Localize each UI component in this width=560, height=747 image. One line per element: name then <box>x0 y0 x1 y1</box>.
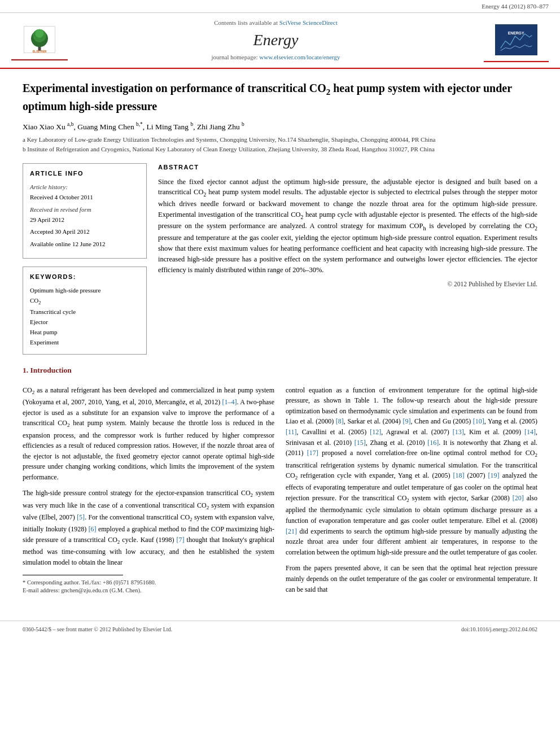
accepted-date: Accepted 30 April 2012 <box>30 228 139 237</box>
introduction-section: 1. Introduction CO2 as a natural refrige… <box>23 365 537 600</box>
bottom-issn: 0360-5442/$ – see front matter © 2012 Pu… <box>23 626 172 634</box>
footnote-email: E-mail address: gnchen@zju.edu.cn (G.M. … <box>23 587 274 595</box>
sciverse-text: Contents lists available at SciVerse Sci… <box>68 19 484 28</box>
online-date: Available online 12 June 2012 <box>30 240 139 249</box>
intro-para-1: CO2 as a natural refrigerant has been de… <box>23 385 274 483</box>
energy-logo-right: ENERGY <box>484 19 549 62</box>
bottom-doi: doi:10.1016/j.energy.2012.04.062 <box>461 626 537 634</box>
ref-13[interactable]: [13] <box>453 428 464 436</box>
section-title-1: 1. Introduction <box>23 365 537 376</box>
keyword-3: Transcritical cycle <box>30 308 139 317</box>
abstract-text: Since the fixed ejector cannot adjust th… <box>158 177 537 276</box>
ref-17[interactable]: [17] <box>307 449 318 457</box>
keyword-5: Heat pump <box>30 328 139 337</box>
footnote-star: * Corresponding author. Tel./fax: +86 (0… <box>23 579 274 587</box>
journal-header-center: Contents lists available at SciVerse Sci… <box>68 19 484 62</box>
ref-19[interactable]: [19] <box>488 471 500 479</box>
revised-label: Received in revised form <box>30 206 139 215</box>
affiliations: a Key Laboratory of Low-grade Energy Uti… <box>23 136 537 154</box>
journal-info-bar: Energy 44 (2012) 870–877 <box>0 0 560 13</box>
main-content: Experimental investigation on performanc… <box>0 69 560 611</box>
abstract-heading: ABSTRACT <box>158 163 537 172</box>
article-info-heading: ARTICLE INFO <box>30 169 139 178</box>
ref-16[interactable]: [16] <box>427 439 439 447</box>
svg-text:ENERGY: ENERGY <box>508 31 524 35</box>
info-abstract-row: ARTICLE INFO Article history: Received 4… <box>23 163 537 355</box>
body-col-left: CO2 as a natural refrigerant has been de… <box>23 385 274 600</box>
journal-homepage: journal homepage: www.elsevier.com/locat… <box>68 53 484 62</box>
intro-para-4: From the papers presented above, it can … <box>286 563 537 595</box>
ref-7[interactable]: [7] <box>177 536 185 544</box>
elsevier-logo-left: ELSEVIER <box>11 20 68 60</box>
ref-12[interactable]: [12] <box>370 428 381 436</box>
revised-date: 29 April 2012 <box>30 216 139 225</box>
copyright-line: © 2012 Published by Elsevier Ltd. <box>158 279 537 289</box>
article-info-box: ARTICLE INFO Article history: Received 4… <box>23 163 147 259</box>
body-two-col: CO2 as a natural refrigerant has been de… <box>23 385 537 600</box>
history-label: Article history: <box>30 183 139 192</box>
intro-para-3: control equation as a function of enviro… <box>286 385 537 558</box>
ref-21[interactable]: [21] <box>286 527 297 535</box>
ref-5[interactable]: [5] <box>77 513 85 521</box>
abstract-section: ABSTRACT Since the fixed ejector cannot … <box>158 163 537 355</box>
bottom-bar: 0360-5442/$ – see front matter © 2012 Pu… <box>0 621 560 639</box>
article-title: Experimental investigation on performanc… <box>23 80 537 114</box>
received-date: Received 4 October 2011 <box>30 193 139 202</box>
ref-15[interactable]: [15] <box>355 439 366 447</box>
ref-9[interactable]: [9] <box>403 417 410 425</box>
energy-logo-img: ENERGY <box>495 24 537 55</box>
svg-point-5 <box>36 29 44 38</box>
sciverse-link[interactable]: SciVerse ScienceDirect <box>279 19 338 26</box>
ref-11[interactable]: [11] <box>286 428 297 436</box>
affiliation-b: b Institute of Refrigeration and Cryogen… <box>23 145 537 154</box>
keyword-1: Optimum high-side pressure <box>30 286 139 295</box>
ref-20[interactable]: [20] <box>513 494 524 502</box>
journal-title: Energy <box>68 29 484 52</box>
keyword-6: Experiment <box>30 338 139 347</box>
ref-8[interactable]: [8] <box>336 417 344 425</box>
keywords-box: Keywords: Optimum high-side pressure CO2… <box>23 267 147 355</box>
journal-citation: Energy 44 (2012) 870–877 <box>482 3 549 10</box>
affiliation-a: a Key Laboratory of Low-grade Energy Uti… <box>23 136 537 144</box>
ref-10[interactable]: [10] <box>473 417 484 425</box>
footnote-divider <box>23 575 123 575</box>
ref-18[interactable]: [18] <box>453 471 464 479</box>
keyword-2: CO2 <box>30 296 139 307</box>
ref-1-4[interactable]: [1–4] <box>222 398 237 406</box>
body-col-right: control equation as a function of enviro… <box>286 385 537 600</box>
homepage-link[interactable]: www.elsevier.com/locate/energy <box>259 54 340 60</box>
keyword-4: Ejector <box>30 318 139 327</box>
intro-para-2: The high-side pressure control strategy … <box>23 488 274 567</box>
keywords-heading: Keywords: <box>30 273 139 282</box>
ref-6[interactable]: [6] <box>89 525 97 533</box>
left-column: ARTICLE INFO Article history: Received 4… <box>23 163 147 355</box>
authors-line: Xiao Xiao Xu a,b, Guang Ming Chen b,*, L… <box>23 121 537 132</box>
journal-header: ELSEVIER Contents lists available at Sci… <box>0 13 560 69</box>
ref-14[interactable]: [14] <box>524 428 536 436</box>
svg-text:ELSEVIER: ELSEVIER <box>33 50 47 53</box>
